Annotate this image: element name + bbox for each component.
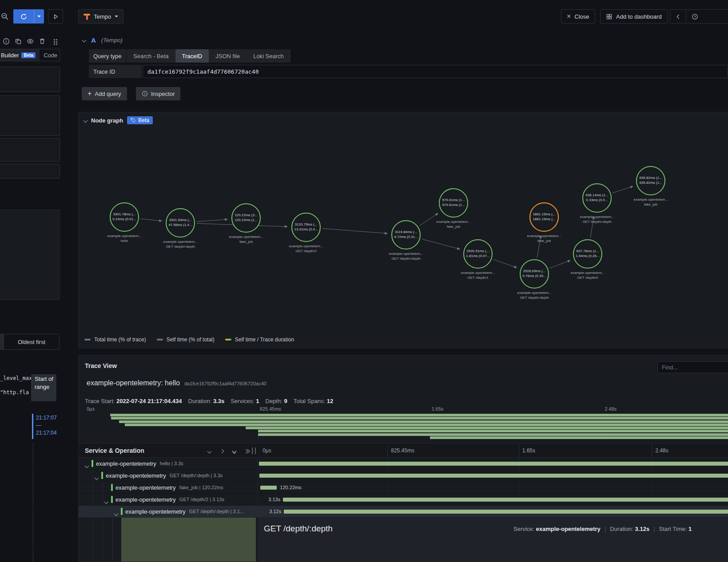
run-query-button[interactable] bbox=[48, 9, 63, 24]
span-timeline-cell bbox=[258, 458, 728, 469]
node-graph-collapse-chevron[interactable] bbox=[84, 118, 88, 123]
span-expand-chevron[interactable] bbox=[95, 474, 98, 481]
query-builder-field[interactable] bbox=[0, 67, 60, 92]
expand-one-button[interactable] bbox=[218, 447, 225, 455]
code-label: Code bbox=[44, 52, 57, 59]
node-label: example-opentelem...GET /depth/2 bbox=[279, 244, 333, 253]
span-service-name: example-opentelemetry bbox=[115, 496, 176, 503]
time-range-picker-button[interactable] bbox=[686, 9, 728, 24]
node-graph-canvas[interactable]: 3301.78ms (...0.24ms (0.01...example-ope… bbox=[79, 128, 728, 335]
drag-handle-icon[interactable] bbox=[50, 37, 59, 46]
span-color-strip bbox=[111, 484, 113, 491]
node-graph-node-8[interactable]: 2528.69ms (...9.76ms (0.39...example-ope… bbox=[520, 259, 549, 289]
expand-all-button[interactable] bbox=[243, 447, 250, 455]
timeline-tick-label: 0μs bbox=[259, 443, 271, 457]
query-type-option-search-beta[interactable]: Search - Beta bbox=[127, 49, 175, 63]
span-expand-chevron[interactable] bbox=[115, 510, 118, 517]
query-builder-field[interactable] bbox=[0, 95, 60, 136]
close-split-button[interactable]: × Close bbox=[561, 9, 595, 24]
collapse-one-button[interactable] bbox=[206, 447, 213, 455]
trace-minimap[interactable] bbox=[85, 413, 728, 440]
node-label: example-opentelem...GET /depth/:depth bbox=[508, 290, 561, 300]
left-result-panel bbox=[0, 210, 60, 300]
node-graph-node-3[interactable]: 3133.75ms (...13.91ms (0.4...example-ope… bbox=[291, 213, 321, 242]
node-graph-title: Node graph bbox=[91, 117, 123, 124]
span-expand-chevron[interactable] bbox=[105, 498, 108, 505]
node-circle: 3119.84ms (...9.72ms (0.31... bbox=[391, 220, 421, 249]
duplicate-query-icon[interactable] bbox=[14, 37, 23, 46]
query-ref-id[interactable]: A bbox=[91, 36, 96, 44]
builder-beta-badge: Beta bbox=[21, 52, 36, 58]
span-timeline-cell: 3.13s bbox=[258, 494, 728, 505]
span-row-3[interactable]: example-opentelemetryGET /depth/2 | 3.13… bbox=[79, 494, 728, 506]
zoom-out-button[interactable] bbox=[0, 11, 10, 21]
editor-mode-builder[interactable]: Builder Beta bbox=[0, 49, 40, 61]
node-graph-node-2[interactable]: 120.22ms (3...120.22ms (1...example-open… bbox=[231, 203, 261, 233]
span-duration-bar[interactable] bbox=[259, 474, 728, 478]
refresh-split-button[interactable] bbox=[13, 9, 44, 24]
minimap-row bbox=[85, 423, 728, 426]
editor-mode-code[interactable]: Code bbox=[40, 49, 61, 61]
log-timestamp-end[interactable]: 21:17:04 bbox=[36, 430, 57, 436]
span-duration-bar[interactable] bbox=[260, 486, 277, 490]
refresh-dropdown-caret[interactable] bbox=[34, 9, 44, 24]
legend-swatch bbox=[225, 339, 231, 340]
span-expand-chevron[interactable] bbox=[85, 462, 88, 469]
node-label: example-opentelem...GET /depth/:depth bbox=[154, 239, 207, 249]
query-type-option-loki-search[interactable]: Loki Search bbox=[247, 49, 290, 63]
node-circle: 2530.51ms (...1.81ms (0.07... bbox=[463, 239, 493, 269]
query-collapse-chevron[interactable] bbox=[82, 38, 87, 43]
span-row-0[interactable]: example-opentelemetryhello | 3.3s bbox=[79, 458, 728, 470]
span-detail-panel[interactable]: GET /depth/:depth Service: example-opent… bbox=[258, 518, 728, 562]
inspector-button[interactable]: Inspector bbox=[136, 87, 180, 100]
query-type-option-json-file[interactable]: JSON file bbox=[209, 49, 247, 63]
node-graph-node-10[interactable]: 636.14ms (1...0.33ms (0.0...example-open… bbox=[582, 183, 612, 213]
span-duration-bar[interactable] bbox=[283, 498, 728, 502]
add-query-button[interactable]: + Add query bbox=[82, 87, 127, 100]
node-graph-node-5[interactable]: 579.61ms (1...579.61ms (1...example-open… bbox=[439, 188, 468, 218]
node-graph-node-11[interactable]: 635.82ms (1...635.82ms (1...example-open… bbox=[636, 166, 665, 195]
span-row-4[interactable]: example-opentelemetryGET /depth/:depth |… bbox=[79, 506, 728, 518]
datasource-picker[interactable]: Tempo bbox=[78, 9, 123, 24]
find-input[interactable] bbox=[657, 361, 728, 373]
query-type-option-traceid[interactable]: TraceID bbox=[175, 49, 209, 63]
service-operation-header: Service & Operation bbox=[85, 447, 144, 454]
node-graph-node-6[interactable]: 2530.51ms (...1.81ms (0.07...example-ope… bbox=[463, 239, 493, 269]
query-builder-field[interactable] bbox=[0, 164, 60, 178]
trace-meta-item: Duration: 3.3s bbox=[188, 398, 225, 404]
move-split-left-button[interactable] bbox=[670, 9, 686, 24]
collapse-all-button[interactable] bbox=[231, 447, 238, 455]
node-graph-node-0[interactable]: 3301.78ms (...0.24ms (0.01...example-ope… bbox=[110, 202, 139, 232]
node-label: example-opentelem...GET /depth/:depth bbox=[379, 251, 433, 261]
log-timestamp-start[interactable]: 21:17:07 bbox=[36, 415, 57, 421]
node-graph-node-9[interactable]: 637.78ms (1...1.64ms (0.26...example-ope… bbox=[573, 239, 602, 269]
span-row-label-cell: example-opentelemetryGET /depth/2 | 3.13… bbox=[79, 494, 258, 505]
span-row-1[interactable]: example-opentelemetryGET /depth/:depth |… bbox=[79, 470, 728, 482]
refresh-icon[interactable] bbox=[13, 9, 34, 24]
minimap-span-bar bbox=[246, 427, 728, 429]
delete-query-trash-icon[interactable] bbox=[38, 37, 47, 46]
node-graph-node-1[interactable]: 3301.54ms (...47.56ms (1.4...example-ope… bbox=[166, 208, 195, 237]
sort-order-oldest-first[interactable]: Oldest first bbox=[4, 334, 59, 349]
column-resizer[interactable] bbox=[252, 447, 256, 454]
clock-icon bbox=[692, 13, 698, 20]
span-row-2[interactable]: example-opentelemetryfake_job | 120.22ms… bbox=[79, 482, 728, 494]
hide-query-eye-icon[interactable] bbox=[26, 37, 35, 46]
add-query-label: Add query bbox=[95, 91, 121, 97]
span-duration-bar[interactable] bbox=[259, 462, 728, 466]
query-builder-field[interactable] bbox=[0, 138, 60, 162]
span-duration-label: 3.13s bbox=[268, 497, 280, 502]
trace-id-input[interactable] bbox=[143, 65, 728, 78]
span-duration-bar[interactable] bbox=[284, 510, 728, 514]
add-to-dashboard-button[interactable]: Add to dashboard bbox=[600, 9, 668, 24]
sort-order-newest-partial[interactable] bbox=[0, 334, 4, 349]
node-total-time: 2528.69ms (... bbox=[523, 269, 545, 274]
detail-field-label: Duration: bbox=[610, 526, 635, 532]
query-info-icon[interactable] bbox=[2, 37, 11, 46]
node-self-time: 579.61ms (1... bbox=[442, 203, 465, 208]
node-self-time: 9.76ms (0.39... bbox=[522, 274, 546, 279]
node-graph-node-4[interactable]: 3119.84ms (...9.72ms (0.31...example-ope… bbox=[391, 220, 421, 249]
node-graph-node-7[interactable]: 1881.15ms (...1881.15ms (...example-open… bbox=[529, 202, 559, 232]
minimap-row bbox=[85, 420, 728, 423]
inspector-info-icon bbox=[142, 91, 148, 97]
